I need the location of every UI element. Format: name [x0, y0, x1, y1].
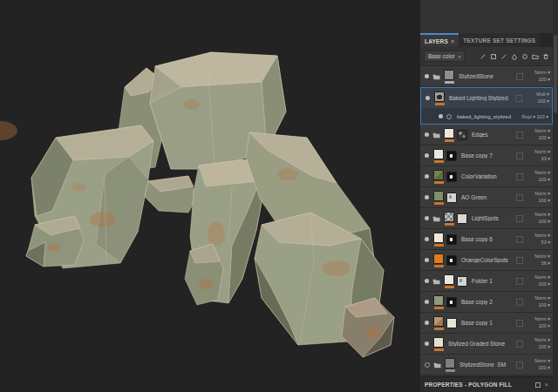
opacity-select[interactable]: 100 ▾	[539, 303, 550, 308]
blend-mode-select[interactable]: Norm ▾	[534, 171, 550, 176]
layer-mask-thumbnail[interactable]	[457, 276, 467, 287]
sphere-icon[interactable]	[521, 53, 528, 60]
blend-mode-select[interactable]: Norm ▾	[534, 275, 550, 280]
tab-close-icon[interactable]: ×	[451, 38, 454, 44]
layer-row[interactable]: ColorVariation Norm ▾ 100 ▾	[420, 166, 553, 187]
opacity-select[interactable]: 33 ▾	[541, 157, 550, 162]
layer-row[interactable]: Base copy 1 Norm ▾ 100 ▾	[420, 313, 553, 334]
layer-mask-thumbnail[interactable]	[446, 151, 457, 161]
visibility-toggle-icon[interactable]	[425, 74, 429, 78]
blend-mode-select[interactable]: Norm ▾	[534, 338, 550, 343]
layer-row[interactable]: OrangeColorSpots Norm ▾ 36 ▾	[420, 250, 553, 271]
blend-mode-select[interactable]: Norm ▾	[534, 296, 550, 301]
blend-mode-select[interactable]: Norm ▾	[534, 192, 550, 197]
3d-viewport[interactable]	[0, 0, 420, 392]
opacity-select[interactable]: 100 ▾	[539, 136, 550, 141]
opacity-select[interactable]: 100 ▾	[539, 199, 550, 204]
layer-style-box[interactable]	[516, 236, 523, 243]
opacity-select[interactable]: 100 ▾	[539, 366, 550, 371]
layer-thumbnail[interactable]	[433, 170, 444, 180]
opacity-select[interactable]: 100 ▾	[539, 345, 550, 350]
layer-row[interactable]: Baked Lighting Stylized Mult ▾ 100 ▾	[421, 88, 552, 109]
opacity-select[interactable]: 100 ▾	[539, 282, 550, 287]
layer-style-box[interactable]	[516, 173, 523, 180]
layer-effect-row[interactable]: baked_lighting_stylized Repl ▾ 100 ▾	[421, 109, 552, 124]
blend-mode-select[interactable]: Norm ▾	[534, 317, 550, 322]
layer-thumbnail[interactable]	[433, 316, 444, 327]
blend-mode-select[interactable]: Norm ▾	[534, 71, 550, 76]
blend-mode-select[interactable]: Norm ▾	[534, 359, 550, 364]
channel-select[interactable]: Base color ▾	[424, 51, 465, 62]
blend-mode-select[interactable]: Norm ▾	[534, 233, 550, 239]
layer-row[interactable]: AO Green Norm ▾ 100 ▾	[420, 187, 553, 208]
visibility-toggle-icon[interactable]	[425, 258, 429, 262]
visibility-toggle-icon[interactable]	[425, 132, 429, 137]
layer-style-box[interactable]	[516, 362, 523, 368]
eyedropper-icon[interactable]	[480, 53, 487, 60]
layer-mask-thumbnail[interactable]	[446, 234, 457, 245]
layer-mask-thumbnail[interactable]	[446, 193, 457, 203]
layer-thumbnail[interactable]	[433, 295, 444, 306]
close-icon[interactable]: ×	[545, 382, 548, 388]
visibility-toggle-icon[interactable]	[425, 362, 430, 368]
layer-row[interactable]: Stylized Graded Stone Norm ▾ 100 ▾	[420, 334, 553, 355]
layer-thumbnail[interactable]	[445, 358, 455, 368]
layer-style-box[interactable]	[516, 257, 523, 264]
layer-thumbnail[interactable]	[433, 191, 444, 201]
layer-thumbnail[interactable]	[444, 212, 454, 222]
brush-icon[interactable]	[500, 53, 507, 60]
layer-row[interactable]: Folder 1 Norm ▾ 100 ▾	[420, 271, 553, 292]
layer-style-box[interactable]	[516, 132, 523, 139]
dock-icon[interactable]	[535, 382, 541, 388]
visibility-toggle-icon[interactable]	[425, 341, 429, 346]
smart-material-icon[interactable]	[490, 53, 497, 60]
layer-thumbnail[interactable]	[433, 233, 444, 243]
opacity-select[interactable]: 100 ▾	[539, 324, 550, 329]
layer-mask-thumbnail[interactable]	[457, 130, 467, 140]
visibility-toggle-icon[interactable]	[425, 300, 429, 304]
layer-thumbnail[interactable]	[444, 70, 454, 80]
visibility-toggle-icon[interactable]	[425, 96, 430, 100]
layer-style-box[interactable]	[516, 215, 523, 222]
blend-mode-select[interactable]: Norm ▾	[534, 150, 550, 155]
opacity-select[interactable]: 100 ▾	[539, 78, 550, 83]
blend-mode-select[interactable]: Mult ▾	[536, 92, 549, 98]
panel-scrollbar-thumb[interactable]	[554, 35, 557, 113]
visibility-toggle-icon[interactable]	[425, 321, 429, 325]
visibility-toggle-icon[interactable]	[425, 195, 429, 199]
layer-mask-thumbnail[interactable]	[446, 318, 457, 328]
visibility-toggle-icon[interactable]	[425, 153, 429, 158]
layer-thumbnail[interactable]	[444, 128, 454, 139]
visibility-toggle-icon[interactable]	[425, 216, 429, 220]
tab-layers[interactable]: LAYERS ×	[420, 33, 459, 47]
visibility-toggle-icon[interactable]	[425, 174, 429, 179]
effect-visibility-icon[interactable]	[439, 114, 443, 118]
layer-thumbnail[interactable]	[433, 149, 444, 159]
blend-mode-select[interactable]: Norm ▾	[534, 129, 550, 134]
layer-row[interactable]: Base copy 7 Norm ▾ 33 ▾	[420, 145, 553, 166]
blend-mode-select[interactable]: Norm ▾	[534, 213, 550, 218]
layer-style-box[interactable]	[516, 194, 523, 201]
layer-row[interactable]: StylizedStone Norm ▾ 100 ▾	[420, 66, 553, 87]
add-folder-icon[interactable]	[532, 53, 539, 60]
opacity-select[interactable]: 100 ▾	[538, 99, 549, 105]
visibility-toggle-icon[interactable]	[425, 279, 429, 283]
tab-texture-set-settings[interactable]: TEXTURE SET SETTINGS	[459, 33, 540, 47]
layer-thumbnail[interactable]	[444, 274, 454, 285]
trash-icon[interactable]	[542, 53, 549, 60]
layer-row[interactable]: StylizedStone_SM Norm ▾ 100 ▾	[420, 355, 553, 375]
layer-mask-thumbnail[interactable]	[446, 297, 457, 308]
opacity-select[interactable]: 53 ▾	[541, 240, 550, 246]
layer-style-box[interactable]	[516, 73, 523, 80]
layer-thumbnail[interactable]	[433, 253, 444, 264]
panel-scrollbar[interactable]	[553, 0, 558, 392]
layer-mask-thumbnail[interactable]	[446, 172, 457, 182]
blend-mode-select[interactable]: Norm ▾	[534, 254, 550, 260]
layer-row[interactable]: LightSpots Norm ▾ 100 ▾	[420, 208, 553, 229]
layer-row[interactable]: Base copy 2 Norm ▾ 100 ▾	[420, 292, 553, 313]
layer-style-box[interactable]	[516, 320, 523, 327]
layer-thumbnail[interactable]	[433, 337, 444, 348]
opacity-select[interactable]: 100 ▾	[539, 220, 550, 225]
layer-mask-thumbnail[interactable]	[446, 255, 457, 266]
layer-style-box[interactable]	[515, 95, 522, 102]
